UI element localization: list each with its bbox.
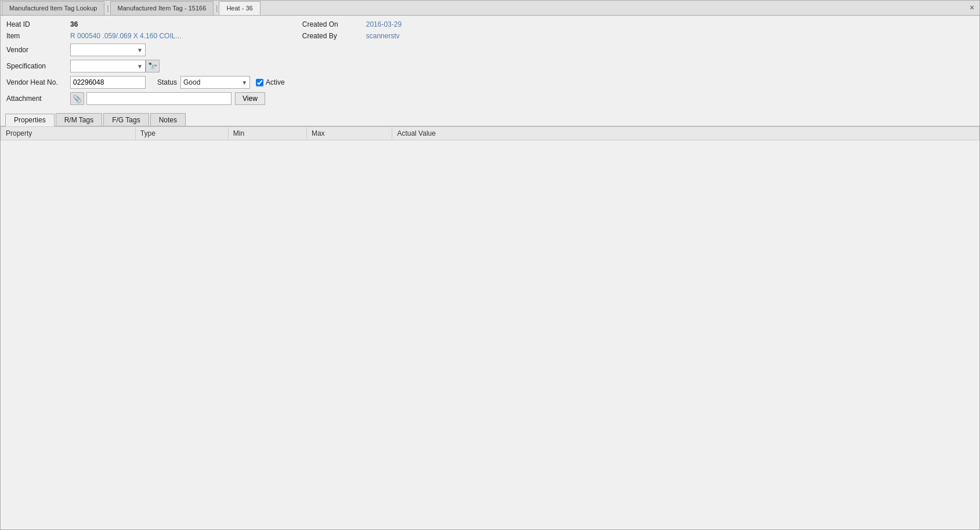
table-header-row: Property Type Min Max Actual Value — [1, 127, 979, 140]
status-label: Status — [157, 78, 177, 86]
item-label: Item — [6, 32, 70, 40]
attachment-row: Attachment 📎 View — [6, 92, 285, 105]
tab-heat[interactable]: Heat - 36 — [219, 1, 260, 15]
vendor-label: Vendor — [6, 46, 70, 54]
active-checkbox[interactable] — [256, 79, 263, 86]
tab-rm-tags[interactable]: R/M Tags — [56, 113, 102, 126]
content-area: Heat ID 36 Item R 000540 .059/.069 X 4.1… — [1, 16, 979, 529]
vendor-dropdown-arrow: ▼ — [137, 47, 143, 53]
created-by-label: Created By — [302, 32, 366, 40]
col-max: Max — [306, 127, 392, 140]
col-min: Min — [228, 127, 306, 140]
top-form: Heat ID 36 Item R 000540 .059/.069 X 4.1… — [1, 16, 979, 111]
created-by-value[interactable]: scannerstv — [366, 32, 400, 40]
attachment-icon-button[interactable]: 📎 — [70, 92, 84, 105]
properties-table: Property Type Min Max Actual Value — [1, 126, 979, 140]
status-dropdown[interactable]: Good ▼ — [180, 76, 250, 89]
heat-id-row: Heat ID 36 — [6, 20, 285, 28]
tab-sep-2: | — [215, 4, 219, 12]
created-on-label: Created On — [302, 20, 366, 28]
created-on-row: Created On 2016-03-29 — [302, 20, 402, 28]
vendor-dropdown[interactable]: ▼ — [70, 43, 146, 56]
vendor-row: Vendor ▼ — [6, 43, 285, 56]
heat-id-value: 36 — [70, 20, 78, 28]
attachment-input[interactable] — [86, 92, 232, 105]
inner-tab-bar: Properties R/M Tags F/G Tags Notes — [1, 113, 979, 126]
vendor-heat-input[interactable] — [70, 76, 146, 89]
attachment-icon: 📎 — [73, 95, 82, 103]
view-button[interactable]: View — [235, 92, 265, 105]
tab-manufactured-item-lookup[interactable]: Manufactured Item Tag Lookup — [2, 1, 104, 15]
status-dropdown-arrow: ▼ — [241, 79, 247, 86]
specification-label: Specification — [6, 62, 70, 70]
tab-bar: Manufactured Item Tag Lookup | Manufactu… — [1, 1, 979, 16]
left-form: Heat ID 36 Item R 000540 .059/.069 X 4.1… — [6, 20, 285, 108]
created-by-row: Created By scannerstv — [302, 32, 402, 40]
main-window: Manufactured Item Tag Lookup | Manufactu… — [0, 0, 980, 530]
active-check-group: Active — [256, 78, 285, 86]
specification-dropdown-arrow: ▼ — [137, 63, 143, 70]
created-on-value[interactable]: 2016-03-29 — [366, 20, 402, 28]
item-row: Item R 000540 .059/.069 X 4.160 COIL... — [6, 32, 285, 40]
status-dropdown-value: Good — [183, 78, 200, 86]
binoculars-icon: 🔭 — [148, 62, 157, 71]
specification-dropdown[interactable]: ▼ — [70, 60, 146, 72]
tab-sep-1: | — [106, 4, 110, 12]
specification-row: Specification ▼ 🔭 — [6, 60, 285, 72]
item-value[interactable]: R 000540 .059/.069 X 4.160 COIL... — [70, 32, 181, 40]
active-label: Active — [266, 78, 285, 86]
tab-fg-tags[interactable]: F/G Tags — [103, 113, 149, 126]
tab-manufactured-item-tag[interactable]: Manufactured Item Tag - 15166 — [110, 1, 214, 15]
table-wrapper: Property Type Min Max Actual Value — [1, 126, 979, 529]
close-button[interactable]: × — [967, 2, 977, 13]
attachment-label: Attachment — [6, 95, 70, 103]
vendor-heat-row: Vendor Heat No. Status Good ▼ Active — [6, 76, 285, 89]
right-form: Created On 2016-03-29 Created By scanner… — [302, 20, 402, 108]
specification-search-button[interactable]: 🔭 — [146, 60, 160, 72]
tab-notes[interactable]: Notes — [150, 113, 186, 126]
col-actual-value: Actual Value — [392, 127, 979, 140]
heat-id-label: Heat ID — [6, 20, 70, 28]
col-type: Type — [135, 127, 228, 140]
col-property: Property — [1, 127, 136, 140]
tab-properties[interactable]: Properties — [5, 114, 55, 126]
vendor-heat-label: Vendor Heat No. — [6, 78, 70, 86]
